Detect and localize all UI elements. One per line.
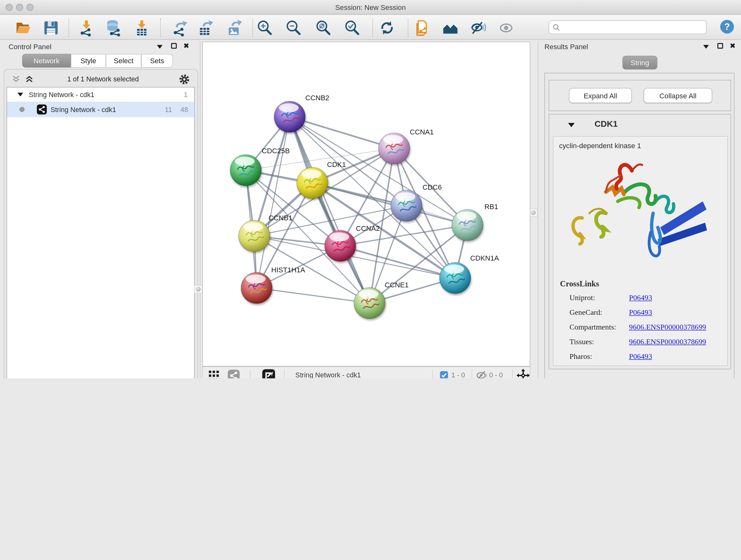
collection-count: 1	[184, 91, 188, 98]
selection-summary: 1 of 1 Network selected	[37, 75, 170, 83]
network-node[interactable]	[391, 190, 422, 221]
divider-left-grip[interactable]	[194, 285, 202, 293]
network-node[interactable]	[452, 209, 483, 241]
network-node-label: CCNB1	[268, 214, 292, 222]
results-panel-title: Results Panel	[544, 43, 588, 51]
expand-all-icon[interactable]	[24, 75, 34, 83]
results-panel-float-icon[interactable]	[703, 45, 709, 49]
open-file-icon[interactable]	[15, 19, 31, 37]
network-edge[interactable]	[313, 183, 468, 225]
save-session-icon[interactable]	[43, 19, 59, 37]
clone-network-icon[interactable]	[414, 19, 430, 37]
crosslinks-heading: CrossLinks	[560, 279, 599, 289]
network-node[interactable]	[297, 167, 328, 199]
show-all-icon[interactable]	[497, 19, 515, 37]
network-collection-label: String Network - cdk1	[29, 91, 94, 98]
section-expander-icon[interactable]	[568, 123, 575, 128]
expand-all-button[interactable]: Expand All	[569, 88, 632, 103]
gene-description: cyclin-dependent kinase 1	[559, 141, 641, 149]
help-button[interactable]: ?	[720, 20, 734, 34]
tab-string[interactable]: String	[622, 56, 657, 70]
network-edge[interactable]	[257, 288, 369, 303]
export-image-icon[interactable]	[226, 19, 243, 37]
gene-details: cyclin-dependent kinase 1	[553, 136, 728, 366]
import-network-database-icon[interactable]	[105, 19, 122, 37]
grid-view-icon[interactable]	[208, 370, 220, 378]
crosslink-value-link[interactable]: P06493	[629, 352, 652, 361]
crosslink-value-link[interactable]: 9606.ENSP00000378699	[629, 323, 706, 331]
tab-network[interactable]: Network	[22, 54, 71, 68]
network-node[interactable]	[230, 154, 261, 186]
results-buttons-box: Expand All Collapse All	[549, 80, 731, 111]
hide-selected-icon[interactable]	[470, 19, 487, 37]
home-icon[interactable]	[442, 19, 459, 37]
control-panel-maximize-icon[interactable]	[171, 43, 177, 49]
crosslink-value-link[interactable]: P06493	[629, 308, 652, 317]
crosslink-label: Uniprot:	[569, 294, 595, 302]
results-panel-close-icon[interactable]: ✖	[730, 43, 736, 49]
search-icon	[552, 23, 560, 32]
hidden-count: 0 - 0	[489, 371, 503, 378]
network-node[interactable]	[241, 272, 272, 304]
network-canvas[interactable]: CCNB2CCNA1CDC25BCDK1CDC6RB1CCNB1CCNA2CDK…	[202, 42, 530, 366]
network-node[interactable]	[239, 220, 270, 252]
network-row-selected[interactable]: String Network - cdk1 11 48	[7, 102, 194, 117]
network-edges	[246, 117, 468, 303]
zoom-in-icon[interactable]	[256, 19, 273, 37]
import-table-file-icon[interactable]	[133, 19, 150, 37]
export-table-icon[interactable]	[197, 19, 214, 37]
tab-sets[interactable]: Sets	[141, 54, 173, 68]
network-node[interactable]	[379, 133, 410, 164]
collapse-all-icon[interactable]	[11, 75, 21, 83]
gear-icon[interactable]	[179, 74, 190, 85]
network-edge[interactable]	[290, 117, 369, 303]
network-node[interactable]	[440, 262, 471, 294]
crosslink-value-link[interactable]: P06493	[629, 294, 652, 302]
fit-content-icon[interactable]	[517, 369, 530, 378]
network-view-icon[interactable]	[228, 370, 240, 378]
collapse-all-button[interactable]: Collapse All	[644, 88, 712, 103]
import-network-file-icon[interactable]	[78, 19, 95, 37]
network-node[interactable]	[274, 101, 306, 132]
network-node[interactable]	[354, 287, 385, 319]
tree-expander-icon[interactable]	[17, 92, 23, 97]
crosslink-value-link[interactable]: 9606.ENSP00000378699	[629, 337, 706, 346]
network-row-label: String Network - cdk1	[51, 106, 116, 113]
hidden-eye-icon[interactable]	[476, 371, 487, 378]
control-panel-close-icon[interactable]: ✖	[184, 43, 190, 49]
crosslink-label: Tissues:	[569, 337, 594, 346]
tab-select[interactable]: Select	[106, 54, 141, 68]
network-view-toolbar: String Network - cdk1 1 - 0 0 - 0	[202, 367, 530, 378]
network-collection-row[interactable]: String Network - cdk1 1	[7, 87, 194, 102]
network-selection-row: 1 of 1 Network selected	[4, 72, 198, 86]
network-node-label: CCNE1	[385, 281, 408, 289]
divider-right-grip[interactable]	[529, 208, 537, 216]
search-field	[549, 20, 706, 34]
network-node-label: HIST1H1A	[271, 266, 305, 274]
gene-symbol: CDK1	[595, 119, 618, 129]
toolbar-separator	[160, 18, 160, 37]
node-count: 11	[165, 106, 172, 113]
zoom-fit-icon[interactable]	[315, 19, 332, 37]
network-node-label: CCNA1	[410, 128, 434, 136]
selected-checkbox-icon[interactable]	[440, 371, 448, 378]
control-panel-title: Control Panel	[9, 43, 52, 51]
detach-view-icon[interactable]	[262, 369, 275, 378]
tab-style[interactable]: Style	[71, 54, 106, 68]
zoom-out-icon[interactable]	[285, 19, 302, 37]
results-panel-tabs: String	[622, 56, 657, 70]
zoom-selected-icon[interactable]	[344, 19, 360, 37]
toolbar-separator	[408, 18, 408, 37]
network-edge[interactable]	[340, 246, 455, 278]
divider-left[interactable]	[200, 42, 200, 378]
results-panel-maximize-icon[interactable]	[718, 43, 723, 49]
network-edge[interactable]	[257, 117, 290, 288]
export-network-icon[interactable]	[171, 19, 188, 37]
control-panel-float-icon[interactable]	[157, 45, 163, 49]
main-toolbar: ?	[0, 15, 741, 40]
network-node[interactable]	[325, 230, 356, 261]
selected-count: 1 - 0	[451, 371, 465, 378]
search-input[interactable]	[562, 22, 702, 33]
refresh-icon[interactable]	[379, 19, 395, 37]
divider-right[interactable]	[538, 42, 538, 378]
